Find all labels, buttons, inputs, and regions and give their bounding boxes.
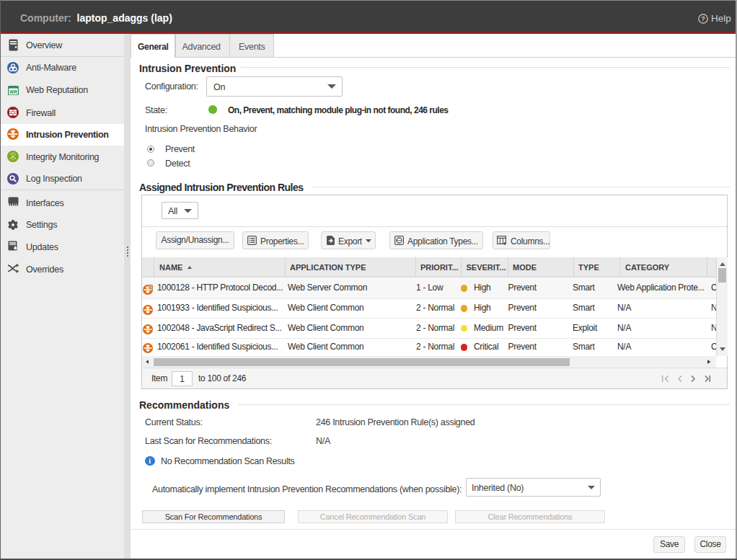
svg-text:?: ? [701,14,705,22]
svg-text:WR: WR [9,89,17,94]
